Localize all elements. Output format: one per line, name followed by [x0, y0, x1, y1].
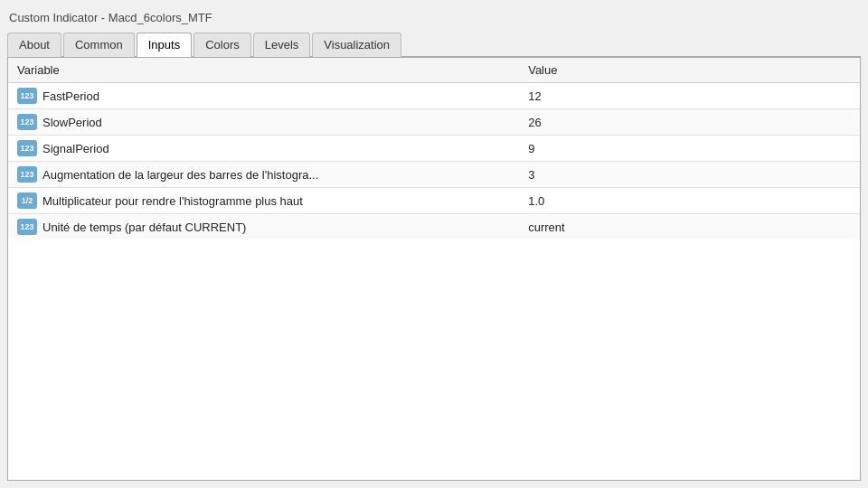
tab-levels[interactable]: Levels — [253, 33, 311, 57]
type-badge: 1/2 — [17, 192, 37, 209]
tab-visualization[interactable]: Visualization — [312, 33, 401, 57]
tab-inputs[interactable]: Inputs — [137, 33, 192, 57]
table-row[interactable]: 123Unité de temps (par défaut CURRENT)cu… — [8, 214, 860, 240]
type-badge: 123 — [17, 114, 37, 130]
title-bar: Custom Indicator - Macd_6colors_MTF — [7, 7, 861, 32]
table-row[interactable]: 1/2Multiplicateur pour rendre l'histogra… — [8, 188, 860, 214]
tab-about[interactable]: About — [7, 33, 61, 57]
variable-cell: 1/2Multiplicateur pour rendre l'histogra… — [8, 188, 519, 214]
value-cell[interactable]: current — [519, 214, 860, 240]
value-cell[interactable]: 12 — [519, 83, 860, 109]
type-badge: 123 — [17, 219, 37, 235]
variable-cell: 123Augmentation de la largeur des barres… — [8, 162, 519, 188]
column-value: Value — [519, 58, 860, 83]
content-area: Variable Value 123FastPeriod12123SlowPer… — [7, 57, 861, 481]
table-body: 123FastPeriod12123SlowPeriod26123SignalP… — [8, 83, 860, 240]
inputs-table: Variable Value 123FastPeriod12123SlowPer… — [8, 58, 860, 239]
value-cell[interactable]: 1.0 — [519, 188, 860, 214]
tab-colors[interactable]: Colors — [193, 33, 251, 57]
table-row[interactable]: 123FastPeriod12 — [8, 83, 860, 109]
variable-name: FastPeriod — [42, 89, 99, 103]
column-variable: Variable — [8, 58, 519, 83]
type-badge: 123 — [17, 140, 37, 156]
tab-common[interactable]: Common — [63, 33, 135, 57]
table-row[interactable]: 123SignalPeriod9 — [8, 136, 860, 162]
main-window: Custom Indicator - Macd_6colors_MTF Abou… — [0, 0, 868, 488]
table-row[interactable]: 123Augmentation de la largeur des barres… — [8, 162, 860, 188]
variable-cell: 123FastPeriod — [8, 83, 519, 109]
value-cell[interactable]: 26 — [519, 109, 860, 136]
variable-name: Augmentation de la largeur des barres de… — [42, 168, 318, 182]
variable-cell: 123Unité de temps (par défaut CURRENT) — [8, 214, 519, 240]
tabs-container: AboutCommonInputsColorsLevelsVisualizati… — [7, 32, 861, 57]
variable-name: Multiplicateur pour rendre l'histogramme… — [42, 194, 303, 208]
variable-name: SlowPeriod — [42, 116, 102, 129]
window-title: Custom Indicator - Macd_6colors_MTF — [9, 11, 212, 24]
type-badge: 123 — [17, 88, 37, 104]
value-cell[interactable]: 3 — [519, 162, 860, 188]
table-row[interactable]: 123SlowPeriod26 — [8, 109, 860, 136]
variable-cell: 123SignalPeriod — [8, 136, 519, 162]
variable-cell: 123SlowPeriod — [8, 109, 519, 136]
value-cell[interactable]: 9 — [519, 136, 860, 162]
table-header: Variable Value — [8, 58, 860, 83]
variable-name: Unité de temps (par défaut CURRENT) — [42, 221, 246, 234]
variable-name: SignalPeriod — [42, 142, 109, 155]
type-badge: 123 — [17, 166, 37, 183]
